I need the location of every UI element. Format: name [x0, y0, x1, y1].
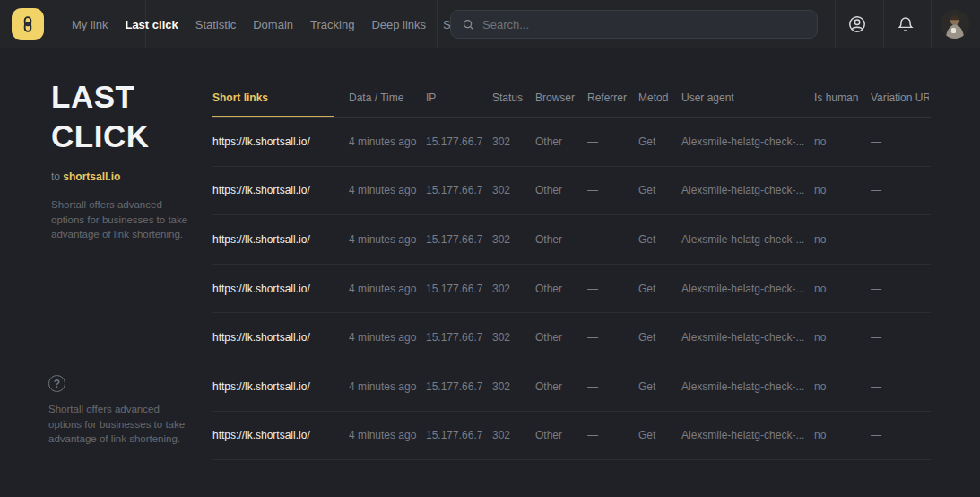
cell: 4 minutes ago [349, 184, 426, 196]
help-icon[interactable]: ? [48, 375, 65, 392]
cell: 302 [492, 184, 535, 196]
column-header-ip: IP [426, 92, 492, 104]
cell: 302 [492, 331, 535, 344]
cell: Other [535, 184, 587, 196]
column-header-user-agent: User agent [681, 92, 814, 104]
account-button[interactable] [837, 0, 877, 48]
table-header-row: Short linksData / TimeIPStatusBrowserRef… [212, 79, 931, 118]
cell: — [871, 429, 929, 441]
cell: — [871, 233, 929, 246]
table-row[interactable]: https://lk.shortsall.io/4 minutes ago15.… [212, 362, 931, 412]
cell: 15.177.66.7 [426, 380, 492, 393]
page-title: LAST CLICK [51, 77, 199, 156]
bell-icon [897, 15, 915, 33]
cell: 15.177.66.7 [426, 331, 492, 344]
cell: — [587, 135, 638, 148]
cell: Alexsmile-helatg-check-... [681, 184, 814, 196]
short-link-cell[interactable]: https://lk.shortsall.io/ [212, 184, 349, 196]
subtitle-prefix: to [51, 170, 63, 183]
cell: — [587, 233, 638, 246]
cell: — [871, 283, 929, 295]
short-link-cell[interactable]: https://lk.shortsall.io/ [212, 429, 349, 441]
cell: — [587, 429, 638, 441]
short-link-cell[interactable]: https://lk.shortsall.io/ [212, 331, 349, 344]
notifications-button[interactable] [886, 0, 925, 48]
column-header-browser: Browser [535, 92, 587, 104]
cell: 15.177.66.7 [426, 283, 492, 295]
cell: Other [535, 380, 587, 393]
table-row[interactable]: https://lk.shortsall.io/4 minutes ago15.… [212, 215, 931, 265]
cell: Other [535, 233, 587, 246]
cell: Get [638, 380, 681, 393]
table-row[interactable]: https://lk.shortsall.io/4 minutes ago15.… [212, 313, 931, 362]
cell: no [814, 135, 871, 148]
column-header-metod: Metod [638, 92, 681, 104]
cell: no [814, 283, 871, 295]
nav-item-my-link[interactable]: My link [70, 14, 109, 35]
cell: Alexsmile-helatg-check-... [681, 380, 814, 393]
cell: Get [638, 135, 681, 148]
cell: Other [535, 331, 587, 344]
nav-item-domain[interactable]: Domain [251, 14, 295, 35]
main-nav: My linkLast clickStatisticDomainTracking… [70, 0, 481, 48]
column-header-data-time: Data / Time [349, 92, 426, 104]
table-row[interactable]: https://lk.shortsall.io/4 minutes ago15.… [212, 412, 931, 461]
cell: 15.177.66.7 [426, 233, 492, 246]
user-circle-icon [847, 14, 867, 34]
cell: 4 minutes ago [349, 429, 426, 441]
nav-item-last-click[interactable]: Last click [123, 14, 179, 35]
short-link-cell[interactable]: https://lk.shortsall.io/ [212, 380, 349, 393]
cell: Alexsmile-helatg-check-... [681, 233, 814, 246]
domain-link[interactable]: shortsall.io [63, 170, 120, 183]
cell: 4 minutes ago [349, 233, 426, 246]
table-row[interactable]: https://lk.shortsall.io/4 minutes ago15.… [212, 118, 931, 167]
topbar: My linkLast clickStatisticDomainTracking… [0, 0, 980, 48]
column-header-is-human: Is human [814, 92, 871, 104]
cell: Get [638, 233, 681, 246]
nav-item-deep-links[interactable]: Deep links [369, 14, 428, 35]
avatar[interactable] [941, 10, 969, 39]
column-header-referrer: Referrer [587, 92, 638, 104]
nav-item-statistic[interactable]: Statistic [194, 14, 238, 35]
divider [437, 0, 438, 48]
help-description: Shortall offers advanced options for bus… [48, 402, 190, 447]
column-header-short-links[interactable]: Short links [212, 79, 349, 117]
short-link-cell[interactable]: https://lk.shortsall.io/ [212, 135, 349, 148]
divider [931, 0, 932, 48]
search-box[interactable] [450, 10, 818, 39]
cell: Alexsmile-helatg-check-... [681, 283, 814, 295]
short-link-cell[interactable]: https://lk.shortsall.io/ [212, 283, 349, 295]
last-click-table: Short linksData / TimeIPStatusBrowserRef… [212, 79, 931, 460]
divider [835, 0, 836, 48]
short-link-cell[interactable]: https://lk.shortsall.io/ [212, 233, 349, 246]
cell: 302 [492, 429, 535, 441]
app-logo-button[interactable] [12, 8, 44, 40]
cell: 15.177.66.7 [426, 184, 492, 196]
cell: 4 minutes ago [349, 283, 426, 295]
cell: no [814, 429, 871, 441]
cell: Other [535, 429, 587, 441]
table-body: https://lk.shortsall.io/4 minutes ago15.… [212, 118, 931, 460]
cell: — [871, 184, 929, 196]
cell: — [587, 283, 638, 295]
cell: Other [535, 283, 587, 295]
sidebar: LAST CLICK to shortsall.io Shortall offe… [51, 77, 199, 242]
chain-link-icon [19, 15, 37, 33]
table-row[interactable]: https://lk.shortsall.io/4 minutes ago15.… [212, 265, 931, 314]
cell: no [814, 380, 871, 393]
cell: 4 minutes ago [349, 331, 426, 344]
table-row[interactable]: https://lk.shortsall.io/4 minutes ago15.… [212, 167, 931, 216]
cell: Alexsmile-helatg-check-... [681, 331, 814, 344]
cell: Get [638, 283, 681, 295]
cell: 302 [492, 233, 535, 246]
cell: 4 minutes ago [349, 380, 426, 393]
cell: 15.177.66.7 [426, 135, 492, 148]
nav-item-tracking[interactable]: Tracking [308, 14, 356, 35]
cell: — [587, 380, 638, 393]
cell: no [814, 233, 871, 246]
search-icon [462, 18, 475, 31]
page-title-line1: LAST [51, 79, 134, 114]
cell: Get [638, 331, 681, 344]
search-input[interactable] [482, 18, 806, 31]
subtitle: to shortsall.io [51, 170, 199, 183]
